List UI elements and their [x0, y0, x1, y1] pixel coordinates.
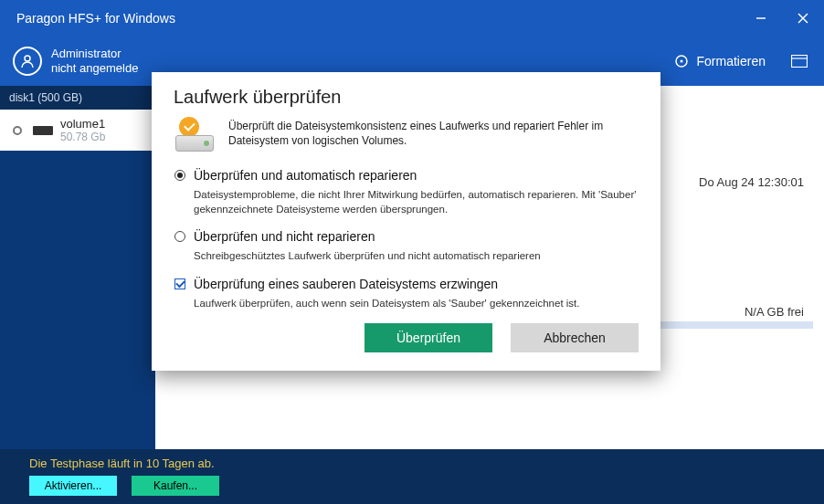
dialog-title: Laufwerk überprüfen [174, 87, 639, 108]
user-icon [13, 47, 42, 76]
volume-row[interactable]: volume1 50.78 Gb [0, 110, 155, 151]
user-block[interactable]: Administrator nicht angemelde [13, 47, 138, 76]
option-help: Laufwerk überprüfen, auch wenn sein Date… [194, 297, 639, 311]
check-drive-dialog: Laufwerk überprüfen Überprüft die Dateis… [152, 72, 660, 371]
option-label: Überprüfen und nicht reparieren [194, 229, 375, 244]
option-help: Schreibgeschütztes Laufwerk überprüfen u… [194, 249, 639, 264]
close-button[interactable] [782, 0, 824, 37]
user-text: Administrator nicht angemelde [51, 47, 138, 75]
svg-rect-6 [792, 56, 808, 68]
checkbox-icon [174, 278, 185, 289]
svg-point-3 [25, 56, 30, 61]
nav-panel-icon[interactable] [791, 55, 808, 68]
timestamp: Do Aug 24 12:30:01 [699, 175, 804, 189]
user-name: Administrator [51, 47, 138, 61]
free-space-bar [649, 321, 813, 329]
nav-format[interactable]: Formatieren [673, 53, 766, 69]
option-check-and-repair[interactable]: Überprüfen und automatisch reparieren Da… [174, 168, 639, 216]
disk-header[interactable]: disk1 (500 GB) [0, 86, 155, 110]
drive-icon [33, 126, 53, 135]
drive-check-icon [174, 119, 216, 152]
option-force-check[interactable]: Überprüfung eines sauberen Dateisystems … [174, 277, 639, 311]
free-space-label: N/A GB frei [745, 305, 804, 319]
dialog-description: Überprüft die Dateisystemkonsistenz eine… [228, 119, 639, 148]
window-controls [740, 0, 824, 37]
sidebar: disk1 (500 GB) volume1 50.78 Gb [0, 86, 155, 449]
volume-size: 50.78 Gb [60, 131, 105, 143]
option-label: Überprüfung eines sauberen Dateisystems … [194, 277, 498, 291]
option-help: Dateisystemprobleme, die nicht Ihrer Mit… [194, 188, 639, 216]
activate-button[interactable]: Aktivieren... [29, 476, 117, 496]
format-icon [673, 53, 690, 69]
option-label: Überprüfen und automatisch reparieren [194, 168, 417, 183]
cancel-button[interactable]: Abbrechen [511, 323, 639, 352]
volume-radio-icon [9, 126, 26, 135]
nav-format-label: Formatieren [697, 54, 766, 68]
trial-bar: Die Testphase läuft in 10 Tagen ab. Akti… [0, 449, 824, 504]
svg-point-5 [680, 60, 682, 63]
volume-name: volume1 [60, 117, 105, 131]
buy-button[interactable]: Kaufen... [132, 476, 219, 496]
radio-icon [174, 231, 185, 242]
trial-message: Die Testphase läuft in 10 Tagen ab. [29, 457, 808, 470]
radio-icon [174, 170, 185, 181]
titlebar: Paragon HFS+ for Windows [0, 0, 824, 37]
check-button[interactable]: Überprüfen [364, 323, 492, 352]
minimize-button[interactable] [740, 0, 782, 37]
option-check-no-repair[interactable]: Überprüfen und nicht reparieren Schreibg… [174, 229, 639, 264]
app-title: Paragon HFS+ for Windows [16, 11, 175, 26]
user-status: nicht angemelde [51, 61, 138, 76]
